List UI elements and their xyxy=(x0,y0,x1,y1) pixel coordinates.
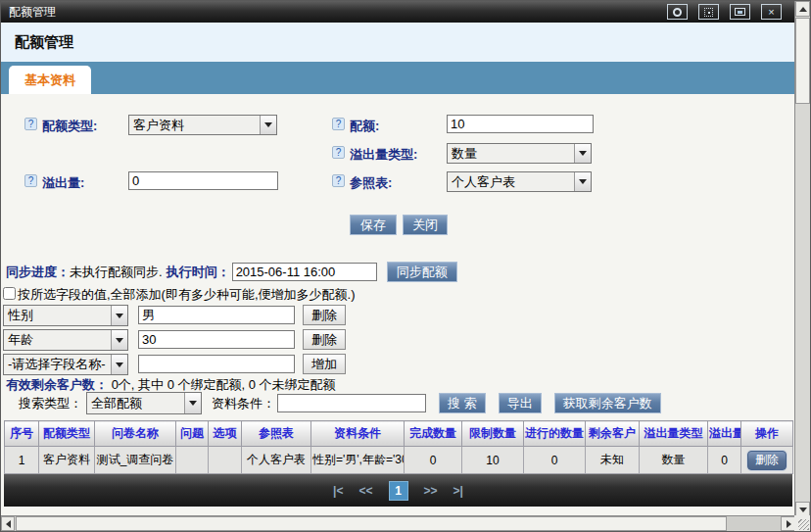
search-row: 搜索类型： 全部配额 资料条件： 搜 索 导出 获取剩余客户数 xyxy=(19,392,661,414)
exec-time-label: 执行时间： xyxy=(167,264,230,281)
add-all-checkbox[interactable] xyxy=(3,287,16,300)
export-button[interactable]: 导出 xyxy=(499,393,542,413)
cell: 数量 xyxy=(640,447,708,474)
delete-row-button[interactable]: 删除 xyxy=(303,305,346,325)
quota-type-label: 配额类型: xyxy=(42,118,97,135)
next-page-button[interactable]: >> xyxy=(424,484,438,498)
table-header-row: 序号 配额类型 问卷名称 问题 选项 参照表 资料条件 完成数量 限制数量 进行… xyxy=(5,421,793,447)
quota-input[interactable] xyxy=(447,115,594,133)
overflow-type-label: 溢出量类型: xyxy=(350,146,417,164)
horizontal-scrollbar[interactable] xyxy=(1,515,796,531)
chevron-down-icon xyxy=(111,330,127,350)
sync-quota-button[interactable]: 同步配额 xyxy=(387,262,457,282)
chevron-down-icon xyxy=(260,116,276,134)
last-page-button[interactable]: >| xyxy=(453,484,463,498)
overflow-type-select[interactable]: 数量 xyxy=(447,143,592,164)
tab-bar: 基本资料 xyxy=(1,62,795,94)
quota-type-select[interactable]: 客户资料 xyxy=(128,115,277,135)
close-button[interactable]: 关闭 xyxy=(403,215,448,235)
exec-time-input[interactable] xyxy=(232,263,377,281)
scroll-up-icon[interactable] xyxy=(795,1,810,17)
field-select[interactable]: 年龄 xyxy=(3,329,128,351)
col-header: 操作 xyxy=(741,421,793,447)
help-icon[interactable]: ? xyxy=(24,118,37,130)
add-row-button[interactable]: 增加 xyxy=(303,354,346,374)
resize-grip-icon[interactable] xyxy=(798,519,809,530)
col-header: 资料条件 xyxy=(311,421,405,447)
chevron-down-icon xyxy=(184,393,201,413)
window-controls: × xyxy=(667,4,795,20)
col-header: 序号 xyxy=(5,421,39,447)
ref-table-select[interactable]: 个人客户表 xyxy=(447,171,592,192)
col-header: 问题 xyxy=(176,421,209,447)
delete-quota-button[interactable]: 删除 xyxy=(747,451,787,470)
first-page-button[interactable]: |< xyxy=(333,484,343,498)
add-all-label: 按所选字段的值,全部添加(即有多少种可能,便增加多少配额.) xyxy=(18,286,356,304)
cell: 0 xyxy=(524,447,586,474)
help-icon[interactable]: ? xyxy=(332,146,345,159)
search-button[interactable]: 搜 索 xyxy=(439,393,486,413)
window-corner xyxy=(794,515,810,531)
sync-progress-text: 未执行配额同步. xyxy=(70,264,163,281)
cell: 客户资料 xyxy=(39,447,95,474)
ref-table-label: 参照表: xyxy=(350,174,392,192)
search-type-value: 全部配额 xyxy=(87,395,184,412)
quota-management-window: 配额管理 × 配额管理 基本资料 ? 配额类型: 客户资料 ? 配额: ? 溢出… xyxy=(0,0,811,532)
quota-type-value: 客户资料 xyxy=(129,117,260,134)
field-select-value: 年龄 xyxy=(4,331,111,349)
prev-page-button[interactable]: << xyxy=(358,484,372,498)
help-icon[interactable]: ? xyxy=(332,174,345,187)
col-header: 溢出量 xyxy=(708,421,741,447)
field-value-input[interactable] xyxy=(138,355,295,373)
vertical-scroll-thumb[interactable] xyxy=(795,18,810,104)
help-icon[interactable]: ? xyxy=(24,174,37,187)
delete-row-button[interactable]: 删除 xyxy=(303,329,346,350)
cell: 0 xyxy=(405,447,462,474)
remaining-text: 0个, 其中 0 个绑定配额, 0 个未绑定配额 xyxy=(112,377,336,392)
cell: 0 xyxy=(708,447,741,474)
table-row: 1 客户资料 测试_调查问卷 个人客户表 性别='男',年龄='30' 0 10… xyxy=(5,447,793,474)
col-header: 参照表 xyxy=(242,421,311,447)
field-value-input[interactable] xyxy=(138,306,295,324)
help-icon[interactable]: ? xyxy=(332,118,345,130)
col-header: 进行的数量 xyxy=(524,421,586,447)
field-value-input[interactable] xyxy=(138,330,295,349)
col-header: 溢出量类型 xyxy=(640,421,708,447)
get-remaining-button[interactable]: 获取剩余客户数 xyxy=(554,393,661,413)
overflow-input[interactable] xyxy=(128,171,278,190)
close-icon[interactable]: × xyxy=(761,4,782,20)
maximize-icon[interactable] xyxy=(698,4,719,20)
ref-table-value: 个人客户表 xyxy=(448,173,574,191)
cell: 性别='男',年龄='30' xyxy=(311,447,405,474)
data-condition-input[interactable] xyxy=(277,394,426,412)
field-select[interactable]: 性别 xyxy=(3,305,128,326)
titlebar: 配额管理 × xyxy=(1,1,795,23)
remaining-label: 有效剩余客户数： xyxy=(6,377,108,392)
col-header: 配额类型 xyxy=(39,421,95,447)
cell: 未知 xyxy=(586,447,640,474)
add-all-row: 按所选字段的值,全部添加(即有多少种可能,便增加多少配额.) xyxy=(3,286,356,304)
cell-actions: 删除 xyxy=(741,447,793,474)
page-title: 配额管理 xyxy=(15,33,73,52)
sync-progress-label: 同步进度： xyxy=(6,264,70,281)
page-header: 配额管理 xyxy=(1,23,795,62)
overflow-label: 溢出量: xyxy=(42,174,84,192)
scroll-left-icon[interactable] xyxy=(1,516,15,531)
col-header: 完成数量 xyxy=(405,421,462,447)
quota-table: 序号 配额类型 问卷名称 问题 选项 参照表 资料条件 完成数量 限制数量 进行… xyxy=(4,420,793,474)
field-select[interactable]: -请选择字段名称- xyxy=(3,354,128,375)
tab-basic-info[interactable]: 基本资料 xyxy=(9,66,91,94)
cell: 10 xyxy=(462,447,524,474)
col-header: 限制数量 xyxy=(462,421,524,447)
minimize-icon[interactable] xyxy=(730,4,750,20)
window-title: 配额管理 xyxy=(1,4,56,21)
vertical-scrollbar[interactable] xyxy=(794,1,810,517)
save-button[interactable]: 保存 xyxy=(350,215,397,235)
horizontal-scroll-thumb[interactable] xyxy=(16,516,727,531)
col-header: 选项 xyxy=(209,421,242,447)
current-page-button[interactable]: 1 xyxy=(389,481,408,501)
pagination-bar: |< << 1 >> >| xyxy=(4,474,792,507)
restore-icon[interactable] xyxy=(667,4,688,20)
chevron-down-icon xyxy=(574,172,591,191)
search-type-select[interactable]: 全部配额 xyxy=(86,392,202,414)
